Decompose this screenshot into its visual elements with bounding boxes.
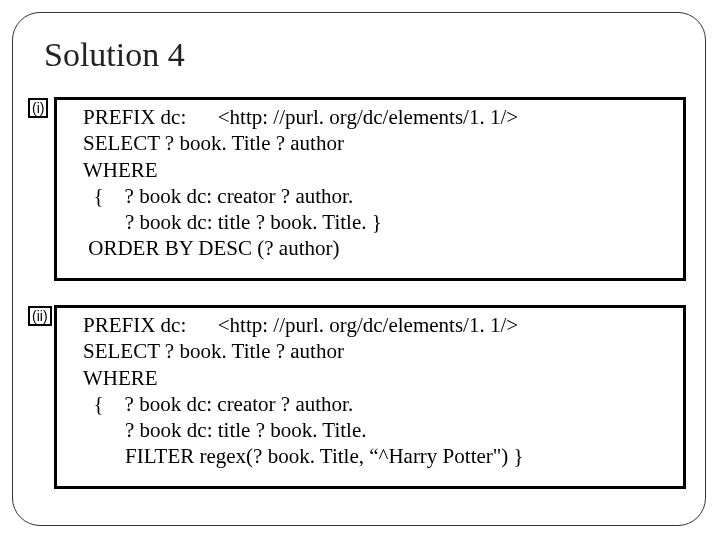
code-box-ii: PREFIX dc: <http: //purl. org/dc/element… (54, 305, 686, 489)
part-label-i: (i) (28, 98, 48, 118)
slide-title: Solution 4 (44, 36, 185, 74)
part-label-ii: (ii) (28, 306, 52, 326)
code-box-i: PREFIX dc: <http: //purl. org/dc/element… (54, 97, 686, 281)
